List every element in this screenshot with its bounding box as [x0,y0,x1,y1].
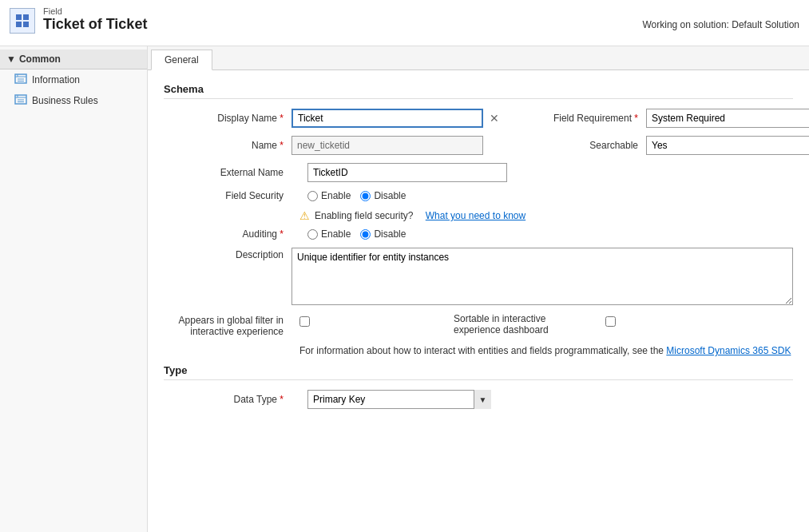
top-bar-left: Field Ticket of Ticket [10,6,147,34]
field-security-disable-radio[interactable] [360,191,371,201]
name-control [291,136,483,155]
sdk-link[interactable]: Microsoft Dynamics 365 SDK [666,345,791,356]
display-name-row: Display Name * ✕ Field Requirement * [164,109,793,128]
name-row: Name * Searchable Yes No [164,136,793,155]
auditing-disable-label[interactable]: Disable [360,228,406,240]
schema-header: Schema [164,83,793,99]
appears-global-filter-checkbox[interactable] [299,316,310,327]
field-security-enable-radio[interactable] [307,191,318,201]
auditing-disable-radio[interactable] [360,229,371,240]
name-label: Name * [164,140,291,151]
field-security-radio-group: Enable Disable [307,190,406,201]
appears-label: Appears in global filter in interactive … [164,313,291,337]
subtitle: Field [43,6,147,16]
top-bar: Field Ticket of Ticket Working on soluti… [0,0,809,46]
field-requirement-wrapper: System Required Business Required Busine… [646,109,809,128]
auditing-enable-radio[interactable] [307,229,318,240]
display-name-control: ✕ [291,109,502,128]
sidebar: ▼ Common Information [0,46,148,532]
page-title: Ticket of Ticket [43,16,147,33]
field-security-row: Field Security Enable Disable [164,190,793,201]
auditing-radio-group: Enable Disable [307,228,406,240]
sidebar-item-business-rules-label: Business Rules [32,95,98,106]
title-block: Field Ticket of Ticket [43,6,147,33]
sidebar-item-information-label: Information [32,74,80,85]
app-icon [10,8,35,34]
field-security-label: Field Security [164,190,291,201]
warning-icon: ⚠ [299,209,310,222]
tabs-bar: General [148,46,809,70]
sidebar-section-label: Common [19,54,61,65]
external-name-label: External Name [164,167,291,178]
field-security-disable-label[interactable]: Disable [360,190,406,201]
name-input[interactable] [291,136,483,155]
solution-label: Working on solution: Default Solution [642,19,799,30]
field-requirement-select[interactable]: System Required Business Required Busine… [646,109,809,128]
svg-rect-0 [16,14,22,20]
sidebar-section-common[interactable]: ▼ Common [0,50,147,69]
business-rules-icon [14,94,27,107]
description-label: Description [164,248,291,260]
tab-general[interactable]: General [151,50,212,70]
required-star: * [280,113,284,124]
field-security-enable-label[interactable]: Enable [307,190,351,201]
sortable-checkbox[interactable] [605,316,616,327]
chevron-icon: ▼ [6,54,16,65]
searchable-wrapper: Yes No ▼ [646,136,809,155]
auditing-row: Auditing * Enable Disable [164,228,793,240]
data-type-wrapper: Primary Key ▼ [307,390,491,409]
checkbox-row: Appears in global filter in interactive … [164,313,793,337]
sortable-label: Sortable in interactive experience dashb… [454,313,597,335]
form-content: Schema Display Name * ✕ Fi [148,70,809,430]
content-area: General Schema Display Name * ✕ [148,46,809,532]
display-name-label: Display Name * [164,113,291,124]
external-name-input[interactable] [307,163,507,182]
sidebar-item-information[interactable]: Information [0,69,147,90]
auditing-label: Auditing * [164,228,291,240]
type-section: Type Data Type * Primary Key ▼ [164,364,793,409]
svg-rect-3 [23,22,29,27]
warning-row: ⚠ Enabling field security? What you need… [299,209,793,222]
external-name-row: External Name [164,163,793,182]
auditing-enable-label[interactable]: Enable [307,228,351,240]
information-icon [14,73,27,86]
display-name-clear-button[interactable]: ✕ [486,110,502,126]
info-text-row: For information about how to interact wi… [299,345,793,356]
warning-link[interactable]: What you need to know [426,210,525,221]
svg-rect-1 [23,14,29,20]
svg-rect-2 [16,22,22,27]
display-name-input[interactable] [291,109,483,128]
field-requirement-label: Field Requirement * [542,113,646,124]
type-header: Type [164,364,793,380]
data-type-select[interactable]: Primary Key [307,390,491,409]
data-type-row: Data Type * Primary Key ▼ [164,390,793,409]
data-type-label: Data Type * [164,394,291,405]
searchable-select[interactable]: Yes No [646,136,809,155]
searchable-label: Searchable [542,140,646,151]
warning-text: Enabling field security? [315,210,413,221]
sidebar-item-business-rules[interactable]: Business Rules [0,90,147,111]
description-textarea[interactable]: Unique identifier for entity instances [291,248,793,305]
description-row: Description Unique identifier for entity… [164,248,793,305]
